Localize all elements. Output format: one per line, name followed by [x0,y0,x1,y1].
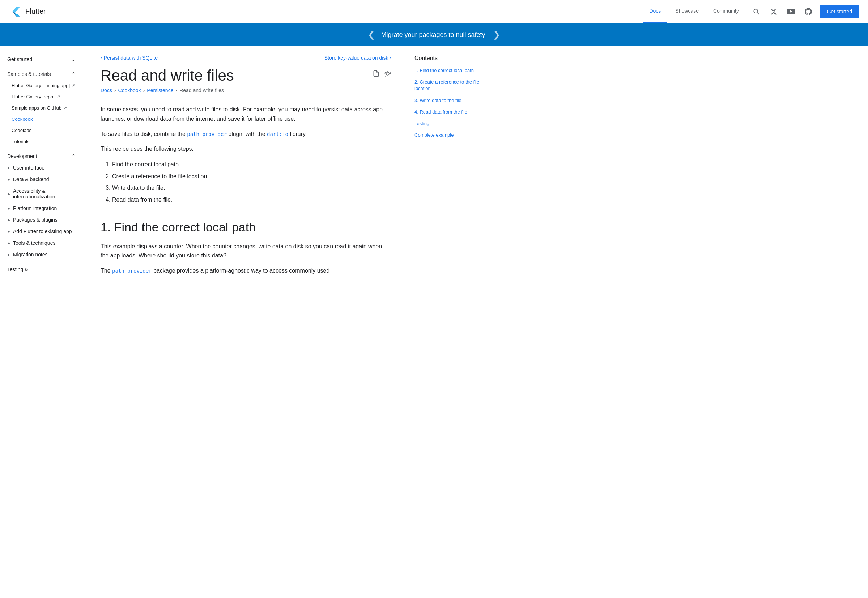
arrow-right-icon: ► [7,253,11,257]
step-3: Write data to the file. [112,183,391,193]
get-started-button[interactable]: Get started [820,5,859,18]
breadcrumb-docs[interactable]: Docs [100,88,112,93]
sidebar-item-flutter-gallery-repo[interactable]: Flutter Gallery [repo] ↗ [0,91,83,102]
sidebar-item-packages-plugins[interactable]: ► Packages & plugins [0,214,83,226]
sidebar-item-flutter-gallery-running[interactable]: Flutter Gallery [running app] ↗ [0,80,83,91]
contents-link-3[interactable]: 3. Write data to the file [415,97,482,104]
sidebar-item-accessibility[interactable]: ► Accessibility & internationalization [0,185,83,202]
banner-text: Migrate your packages to null safety! [381,31,487,39]
sidebar-divider-2 [0,149,83,149]
title-row: Read and write files [100,67,391,85]
contents-link-2[interactable]: 2. Create a reference to the file locati… [415,79,482,92]
sidebar-item-data-backend[interactable]: ► Data & backend [0,173,83,185]
title-icons [373,69,391,79]
breadcrumb-sep-3: › [175,88,177,93]
search-icon[interactable] [750,6,762,17]
contents-title: Contents [415,55,482,61]
sidebar-item-codelabs[interactable]: Codelabs [0,125,83,136]
path-provider-link-2[interactable]: path_provider [112,268,152,274]
step-2: Create a reference to the file location. [112,171,391,182]
sidebar-item-samples-tutorials[interactable]: Samples & tutorials ⌃ [0,68,83,80]
twitter-icon[interactable] [768,6,780,17]
sidebar-item-user-interface[interactable]: ► User interface [0,162,83,173]
sidebar-item-add-flutter[interactable]: ► Add Flutter to existing app [0,226,83,237]
header: Flutter Docs Showcase Community Get star… [0,0,868,23]
svg-marker-2 [15,13,20,16]
header-nav: Docs Showcase Community [644,0,744,23]
sidebar-item-get-started[interactable]: Get started ⌄ [0,54,83,65]
contents-link-4[interactable]: 4. Read data from the file [415,109,482,115]
sidebar-divider-1 [0,67,83,67]
sidebar-item-cookbook[interactable]: Cookbook [0,114,83,125]
steps-list: Find the correct local path. Create a re… [100,160,391,205]
dart-io-link: dart:io [267,131,288,137]
step-1: Find the correct local path. [112,160,391,170]
sidebar-item-platform-integration[interactable]: ► Platform integration [0,202,83,214]
bug-icon [384,69,391,79]
nav-docs[interactable]: Docs [644,0,666,23]
breadcrumb-cookbook[interactable]: Cookbook [118,88,141,93]
contents-link-6[interactable]: Complete example [415,132,482,139]
breadcrumb-sep-2: › [143,88,145,93]
header-icons [750,6,814,17]
arrow-right-icon: ► [7,230,11,233]
intro-paragraph-3: This recipe uses the following steps: [100,144,391,154]
nav-community[interactable]: Community [708,0,745,23]
chevron-down-icon: ⌄ [71,57,76,62]
file-icon [373,69,380,79]
sidebar-item-development[interactable]: Development ⌃ [0,150,83,162]
left-sidebar: Get started ⌄ Samples & tutorials ⌃ Flut… [0,46,83,597]
next-page-link[interactable]: Store key-value data on disk › [325,55,391,61]
arrow-right-icon: ► [7,206,11,211]
banner-prev-arrow[interactable]: ❮ [368,30,375,40]
svg-marker-0 [13,6,20,13]
intro-paragraph-2: To save files to disk, combine the path_… [100,129,391,139]
external-link-icon: ↗ [57,94,60,99]
sidebar-item-migration-notes[interactable]: ► Migration notes [0,249,83,260]
github-icon[interactable] [802,6,814,17]
sidebar-divider-3 [0,262,83,262]
breadcrumb-persistence[interactable]: Persistence [147,88,173,93]
arrow-right-icon: ► [7,218,11,222]
arrow-right-icon: ► [7,192,11,196]
contents-link-5[interactable]: Testing [415,120,482,127]
page-title: Read and write files [100,67,391,85]
step-4: Read data from the file. [112,195,391,205]
section-1-text-1: This example displays a counter. When th… [100,242,391,260]
sidebar-item-tools-techniques[interactable]: ► Tools & techniques [0,237,83,249]
arrow-right-icon: ► [7,241,11,245]
logo-text: Flutter [25,7,46,15]
logo[interactable]: Flutter [9,5,46,18]
breadcrumb-current: Read and write files [180,88,224,93]
section-1-heading: 1. Find the correct local path [100,220,391,235]
svg-point-3 [754,9,758,13]
contents-link-1[interactable]: 1. Find the correct local path [415,67,482,74]
arrow-right-icon: ► [7,178,11,181]
external-link-icon: ↗ [64,106,67,110]
breadcrumbs: Docs › Cookbook › Persistence › Read and… [100,88,391,93]
arrow-right-icon: ► [7,166,11,170]
svg-point-5 [386,72,389,75]
svg-line-4 [757,12,759,14]
chevron-up-icon: ⌃ [71,71,76,77]
path-provider-link-1[interactable]: path_provider [187,131,227,137]
contents-sidebar: Contents 1. Find the correct local path … [409,46,488,597]
section-1-text-2: The path_provider package provides a pla… [100,266,391,275]
banner-next-arrow[interactable]: ❯ [493,30,500,40]
breadcrumb-sep-1: › [114,88,116,93]
breadcrumb-nav: ‹ Persist data with SQLite Store key-val… [100,55,391,61]
intro-paragraph-1: In some cases, you need to read and writ… [100,105,391,123]
main-content: ‹ Persist data with SQLite Store key-val… [83,46,409,597]
page-layout: Get started ⌄ Samples & tutorials ⌃ Flut… [0,46,868,597]
youtube-icon[interactable] [785,6,797,17]
sidebar-item-tutorials[interactable]: Tutorials [0,136,83,147]
prev-page-link[interactable]: ‹ Persist data with SQLite [100,55,158,61]
external-link-icon: ↗ [72,83,75,88]
banner: ❮ Migrate your packages to null safety! … [0,23,868,46]
chevron-up-icon-dev: ⌃ [71,153,76,159]
nav-showcase[interactable]: Showcase [669,0,705,23]
sidebar-item-testing[interactable]: Testing & [0,263,83,275]
sidebar-item-sample-apps-github[interactable]: Sample apps on GitHub ↗ [0,102,83,114]
